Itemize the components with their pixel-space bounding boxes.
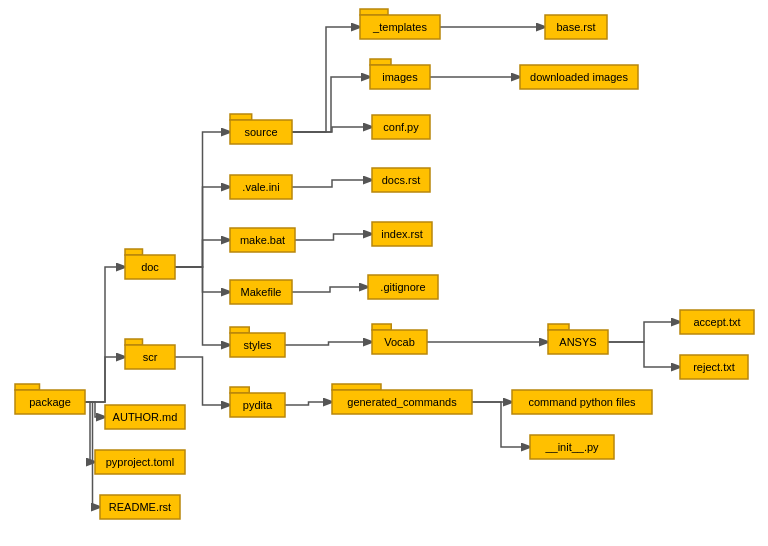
node-Makefile: Makefile bbox=[230, 280, 292, 304]
edge-styles-Vocab bbox=[285, 342, 372, 345]
node-gitignore: .gitignore bbox=[368, 275, 438, 299]
svg-rect-4 bbox=[125, 339, 143, 345]
node-Vocab: Vocab bbox=[372, 324, 427, 354]
node-label-gitignore: .gitignore bbox=[380, 281, 425, 293]
svg-rect-32 bbox=[548, 324, 569, 330]
node-label-AUTHOR: AUTHOR.md bbox=[113, 411, 178, 423]
node-makebat: make.bat bbox=[230, 228, 295, 252]
svg-rect-26 bbox=[372, 324, 391, 330]
edge-ANSYS-accept_txt bbox=[608, 322, 680, 342]
node-label-gen_commands: generated_commands bbox=[347, 396, 457, 408]
node-reject_txt: reject.txt bbox=[680, 355, 748, 379]
node-docsrst: docs.rst bbox=[372, 168, 430, 192]
node-label-dl_images: downloaded images bbox=[530, 71, 628, 83]
node-label-base_rst: base.rst bbox=[556, 21, 595, 33]
node-label-makebat: make.bat bbox=[240, 234, 285, 246]
node-label-reject_txt: reject.txt bbox=[693, 361, 735, 373]
node-label-README: README.rst bbox=[109, 501, 171, 513]
node-styles: styles bbox=[230, 327, 285, 357]
edge-ANSYS-reject_txt bbox=[608, 342, 680, 367]
svg-rect-16 bbox=[230, 387, 249, 393]
edge-doc-styles bbox=[175, 267, 230, 345]
node-label-accept_txt: accept.txt bbox=[693, 316, 740, 328]
edge-makebat-indexrst bbox=[295, 234, 372, 240]
svg-rect-0 bbox=[15, 384, 40, 390]
edge-valeini-docsrst bbox=[292, 180, 372, 187]
node-AUTHOR: AUTHOR.md bbox=[105, 405, 185, 429]
edge-doc-makebat bbox=[175, 240, 230, 267]
node-label-source: source bbox=[244, 126, 277, 138]
node-gen_commands: generated_commands bbox=[332, 384, 472, 414]
node-indexrst: index.rst bbox=[372, 222, 432, 246]
node-label-package: package bbox=[29, 396, 71, 408]
node-label-ANSYS: ANSYS bbox=[559, 336, 596, 348]
node-valeini: .vale.ini bbox=[230, 175, 292, 199]
svg-rect-14 bbox=[230, 327, 249, 333]
node-label-valeini: .vale.ini bbox=[242, 181, 279, 193]
edge-package-scr bbox=[85, 357, 125, 402]
node-label-init_py: __init__.py bbox=[544, 441, 599, 453]
node-init_py: __init__.py bbox=[530, 435, 614, 459]
node-label-pyproject: pyproject.toml bbox=[106, 456, 174, 468]
edge-source-templates bbox=[292, 27, 360, 132]
edge-source-images bbox=[292, 77, 370, 132]
svg-rect-18 bbox=[360, 9, 388, 15]
node-ANSYS: ANSYS bbox=[548, 324, 608, 354]
node-images: images bbox=[370, 59, 430, 89]
edge-Makefile-gitignore bbox=[292, 287, 368, 292]
node-pydita: pydita bbox=[230, 387, 285, 417]
node-label-indexrst: index.rst bbox=[381, 228, 423, 240]
edge-source-confpy bbox=[292, 127, 372, 132]
node-base_rst: base.rst bbox=[545, 15, 607, 39]
svg-rect-2 bbox=[125, 249, 143, 255]
node-label-confpy: conf.py bbox=[383, 121, 419, 133]
node-label-doc: doc bbox=[141, 261, 159, 273]
node-README: README.rst bbox=[100, 495, 180, 519]
edge-pydita-gen_commands bbox=[285, 402, 332, 405]
diagram: packagedocscrAUTHOR.mdpyproject.tomlREAD… bbox=[0, 0, 768, 546]
node-label-Makefile: Makefile bbox=[241, 286, 282, 298]
node-source: source bbox=[230, 114, 292, 144]
node-doc: doc bbox=[125, 249, 175, 279]
svg-rect-9 bbox=[230, 114, 252, 120]
node-label-docsrst: docs.rst bbox=[382, 174, 421, 186]
node-label-images: images bbox=[382, 71, 418, 83]
node-accept_txt: accept.txt bbox=[680, 310, 754, 334]
node-label-cmd_py_files: command python files bbox=[529, 396, 636, 408]
node-confpy: conf.py bbox=[372, 115, 430, 139]
node-label-templates: _templates bbox=[372, 21, 427, 33]
node-scr: scr bbox=[125, 339, 175, 369]
edge-package-pyproject bbox=[85, 402, 95, 462]
node-pyproject: pyproject.toml bbox=[95, 450, 185, 474]
edge-package-AUTHOR bbox=[85, 402, 105, 417]
node-label-styles: styles bbox=[243, 339, 272, 351]
node-templates: _templates bbox=[360, 9, 440, 39]
svg-rect-20 bbox=[370, 59, 391, 65]
node-dl_images: downloaded images bbox=[520, 65, 638, 89]
node-cmd_py_files: command python files bbox=[512, 390, 652, 414]
node-label-Vocab: Vocab bbox=[384, 336, 415, 348]
node-package: package bbox=[15, 384, 85, 414]
edge-scr-pydita bbox=[175, 357, 230, 405]
node-label-scr: scr bbox=[143, 351, 158, 363]
svg-rect-28 bbox=[332, 384, 381, 390]
node-label-pydita: pydita bbox=[243, 399, 273, 411]
